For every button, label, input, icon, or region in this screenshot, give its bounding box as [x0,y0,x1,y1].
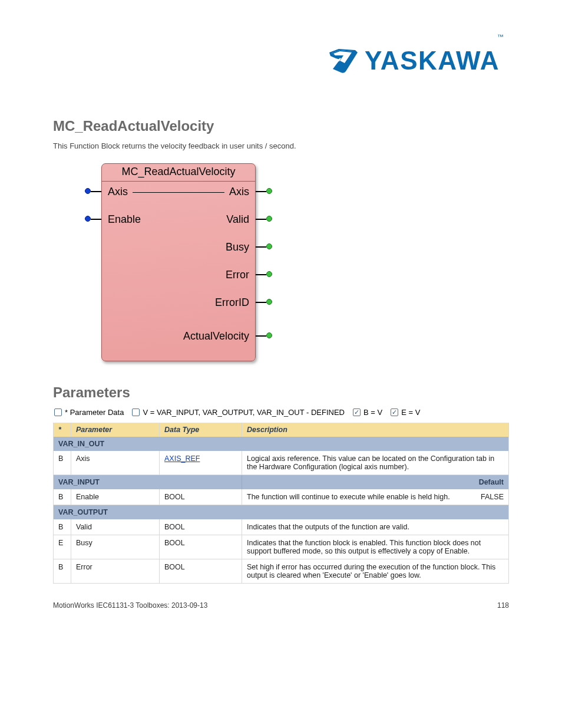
logo-mark-icon [328,48,359,74]
table-row: B Enable BOOL The function will continue… [54,489,509,505]
footer-page-number: 118 [497,601,509,610]
enable-default: FALSE [481,493,504,501]
table-header: * Parameter Data Type Description [54,423,509,437]
table-row: B Error BOOL Set high if error has occur… [54,559,509,584]
parameters-heading: Parameters [53,384,509,401]
enable-desc: The function will continue to execute wh… [247,493,450,501]
fb-output-valid: Valid [226,213,249,226]
logo-text: YASKAWA [365,46,500,75]
brand-logo: YASKAWA™ [328,46,506,75]
fb-output-errorid: ErrorID [215,297,249,309]
pin-out-busy [266,243,272,249]
page-description: This Function Block returns the velocity… [53,141,509,150]
legend-box-star [54,409,62,416]
section-varout: VAR_OUTPUT [54,505,509,520]
footer-left: MotionWorks IEC61131-3 Toolboxes: 2013-0… [53,601,207,610]
fb-input-enable: Enable [108,213,141,226]
fb-output-axis: Axis [229,186,249,198]
legend-box-b: ✓ [353,409,361,416]
pin-out-actualvelocity [266,332,272,338]
legend-star: * Parameter Data [65,408,124,417]
table-row: E Busy BOOL Indicates that the function … [54,535,509,559]
fb-output-actualvelocity: ActualVelocity [183,330,249,342]
legend: * Parameter Data V = VAR_INPUT, VAR_OUTP… [54,408,509,417]
pin-in-axis [85,188,91,194]
legend-e: E = V [401,408,420,417]
page-footer: MotionWorks IEC61131-3 Toolboxes: 2013-0… [53,601,509,610]
legend-box-e: ✓ [391,409,398,416]
trademark-icon: ™ [497,33,504,40]
pin-in-enable [85,216,91,222]
pin-out-axis [266,188,272,194]
pin-out-errorid [266,299,272,305]
page-title: MC_ReadActualVelocity [53,118,509,134]
fb-body: MC_ReadActualVelocity Axis Enable Axis V… [101,163,256,361]
pin-out-error [266,271,272,277]
parameters-table: * Parameter Data Type Description VAR_IN… [53,423,509,584]
section-varin: VAR_INPUT Default [54,475,509,490]
axis-ref-link[interactable]: AXIS_REF [164,454,200,463]
function-block-diagram: MC_ReadActualVelocity Axis Enable Axis V… [77,163,259,367]
legend-b: B = V [363,408,382,417]
fb-output-busy: Busy [226,241,249,253]
table-row: B Axis AXIS_REF Logical axis reference. … [54,451,509,475]
table-row: B Valid BOOL Indicates that the outputs … [54,519,509,535]
fb-title: MC_ReadActualVelocity [102,166,255,178]
section-varinout: VAR_IN_OUT [54,437,509,451]
legend-v: V = VAR_INPUT, VAR_OUTPUT, VAR_IN_OUT - … [143,408,345,417]
fb-output-error: Error [226,269,249,281]
pin-out-valid [266,216,272,222]
fb-input-axis: Axis [108,186,128,198]
legend-box-v [132,409,140,416]
